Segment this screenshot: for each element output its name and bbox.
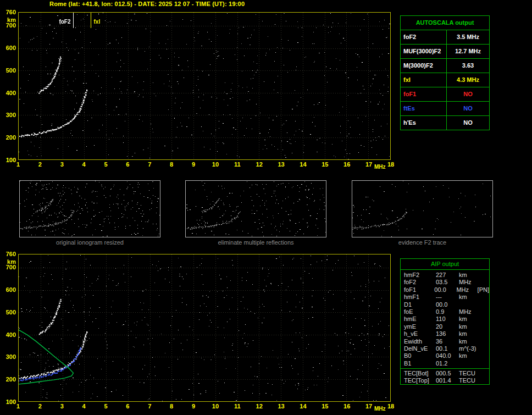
autoscala-param-label: ftEs bbox=[401, 102, 447, 115]
y-axis-tick-600: 600 bbox=[0, 287, 16, 293]
x-axis-tick-9: 9 bbox=[185, 403, 202, 410]
y-axis-unit-label: km bbox=[0, 259, 16, 265]
autoscala-param-value: 4.3 MHz bbox=[447, 73, 489, 87]
aip-param-unit: km bbox=[459, 352, 481, 359]
y-axis-unit-label: km bbox=[0, 17, 16, 23]
aip-param-unit: km bbox=[459, 294, 481, 301]
y-axis-tick-200: 200 bbox=[0, 377, 16, 383]
autoscala-param-label: foF2 bbox=[401, 30, 447, 44]
x-axis-tick-5: 5 bbox=[98, 162, 114, 168]
aip-row-tectop: TEC[Top]001.4TECU bbox=[404, 377, 489, 384]
aip-param-unit: km bbox=[459, 330, 481, 337]
autoscala-output-table: AUTOSCALA output foF23.5 MHzMUF(3000)F21… bbox=[400, 15, 490, 130]
y-axis-tick-700: 700 bbox=[0, 264, 16, 270]
x-axis-tick-11: 11 bbox=[229, 403, 246, 410]
aip-param-unit: MHz bbox=[456, 286, 477, 294]
x-axis-tick-5: 5 bbox=[98, 403, 114, 410]
autoscala-param-label: foF1 bbox=[401, 87, 447, 101]
aip-param-value: 00.0 bbox=[436, 301, 459, 308]
aip-param-label: hmF1 bbox=[404, 294, 436, 301]
aip-param-label: hmE bbox=[404, 316, 436, 323]
aip-param-note bbox=[481, 316, 489, 323]
aip-param-value: 03.5 bbox=[436, 279, 459, 286]
y-axis-tick-400: 400 bbox=[0, 90, 16, 96]
y-axis-tick-300: 300 bbox=[0, 354, 16, 360]
autoscala-row-fof1: foF1NO bbox=[401, 87, 489, 102]
aip-param-note bbox=[481, 345, 489, 352]
aip-param-unit: TECU bbox=[459, 370, 481, 377]
aip-param-value: 136 bbox=[436, 330, 459, 337]
aip-param-value: 227 bbox=[436, 272, 459, 279]
autoscala-param-value: NO bbox=[447, 102, 489, 115]
aip-param-value: 110 bbox=[436, 316, 459, 323]
x-axis-tick-2: 2 bbox=[32, 403, 48, 410]
aip-param-value: 0.9 bbox=[436, 308, 459, 316]
autoscala-row-muf3000f2: MUF(3000)F212.7 MHz bbox=[401, 45, 489, 59]
x-axis-tick-11: 11 bbox=[229, 162, 246, 168]
x-axis-tick-6: 6 bbox=[119, 403, 136, 410]
aip-param-label: hmF2 bbox=[404, 272, 436, 279]
autoscala-app-screen: Rome (lat: +41.8, lon: 012.5) - DATE: 20… bbox=[0, 0, 532, 415]
x-axis-tick-15: 15 bbox=[317, 162, 333, 168]
aip-param-note bbox=[481, 294, 489, 301]
aip-param-label: TEC[Top] bbox=[404, 377, 436, 384]
aip-param-unit: km bbox=[459, 316, 481, 323]
x-axis-tick-7: 7 bbox=[141, 403, 158, 410]
thumbnail-evidence-f2-canvas bbox=[352, 181, 492, 237]
x-axis-tick-16: 16 bbox=[339, 162, 355, 168]
aip-param-note bbox=[481, 377, 489, 384]
autoscala-param-value: 12.7 MHz bbox=[447, 45, 489, 58]
x-axis-tick-3: 3 bbox=[54, 162, 70, 168]
aip-row-hmf1: hmF1---km bbox=[404, 294, 489, 301]
aip-param-unit: MHz bbox=[459, 279, 481, 286]
x-axis-tick-7: 7 bbox=[141, 162, 158, 168]
thumbnail-eliminate-reflections-canvas bbox=[186, 181, 326, 237]
aip-param-note bbox=[481, 279, 489, 286]
autoscala-param-value: NO bbox=[447, 116, 489, 130]
aip-param-value: 20 bbox=[436, 323, 459, 330]
aip-param-unit: m^(-3) bbox=[459, 345, 481, 352]
aip-table-rows: hmF2227kmfoF203.5MHzfoF100.0MHz[PN]hmF1-… bbox=[401, 270, 489, 385]
bottom-ionogram-panel bbox=[18, 254, 391, 402]
x-axis-tick-13: 13 bbox=[273, 162, 290, 168]
bottom-ionogram-canvas bbox=[19, 254, 390, 401]
y-axis-tick-700: 700 bbox=[0, 23, 16, 29]
aip-param-value: --- bbox=[436, 294, 459, 301]
top-ionogram-panel bbox=[18, 12, 391, 160]
x-axis-tick-10: 10 bbox=[207, 162, 224, 168]
aip-param-unit bbox=[459, 360, 481, 367]
aip-param-note bbox=[481, 301, 489, 308]
aip-param-value: 36 bbox=[436, 338, 459, 345]
x-axis-tick-8: 8 bbox=[163, 403, 180, 410]
y-axis-tick-400: 400 bbox=[0, 332, 16, 338]
aip-param-unit: km bbox=[459, 272, 481, 279]
aip-output-table: AIP output hmF2227kmfoF203.5MHzfoF100.0M… bbox=[400, 258, 490, 385]
aip-param-note bbox=[481, 272, 489, 279]
aip-param-note: [PN] bbox=[478, 286, 489, 294]
aip-row-fof1: foF100.0MHz[PN] bbox=[404, 286, 489, 294]
thumbnail-eliminate-reflections bbox=[185, 180, 326, 237]
aip-row-yme: ymE20km bbox=[404, 323, 489, 330]
x-axis-tick-9: 9 bbox=[185, 162, 202, 168]
autoscala-table-rows: foF23.5 MHzMUF(3000)F212.7 MHzM(3000)F23… bbox=[401, 30, 489, 130]
aip-param-value: 01.2 bbox=[436, 360, 459, 367]
aip-param-label: h_vE bbox=[404, 330, 436, 337]
aip-param-value: 00.0 bbox=[434, 286, 456, 294]
autoscala-row-hes: h'EsNO bbox=[401, 116, 489, 130]
autoscala-table-title: AUTOSCALA output bbox=[401, 16, 489, 30]
autoscala-param-label: M(3000)F2 bbox=[401, 59, 447, 73]
autoscala-param-label: MUF(3000)F2 bbox=[401, 45, 447, 58]
x-axis-tick-10: 10 bbox=[207, 403, 224, 410]
caption-evidence-f2-trace: evidence F2 trace bbox=[352, 239, 493, 246]
autoscala-param-label: h'Es bbox=[401, 116, 447, 130]
autoscala-param-label: fxI bbox=[401, 73, 447, 87]
x-axis-tick-4: 4 bbox=[76, 403, 92, 410]
x-axis-tick-12: 12 bbox=[251, 403, 268, 410]
y-axis-tick-600: 600 bbox=[0, 45, 16, 51]
aip-row-b0: B0040.0km bbox=[404, 352, 489, 359]
x-axis-unit-label: MHz bbox=[374, 164, 386, 170]
x-axis-tick-13: 13 bbox=[273, 403, 290, 410]
x-axis-tick-3: 3 bbox=[54, 403, 70, 410]
x-axis-tick-6: 6 bbox=[119, 162, 136, 168]
y-axis-tick-500: 500 bbox=[0, 309, 16, 316]
